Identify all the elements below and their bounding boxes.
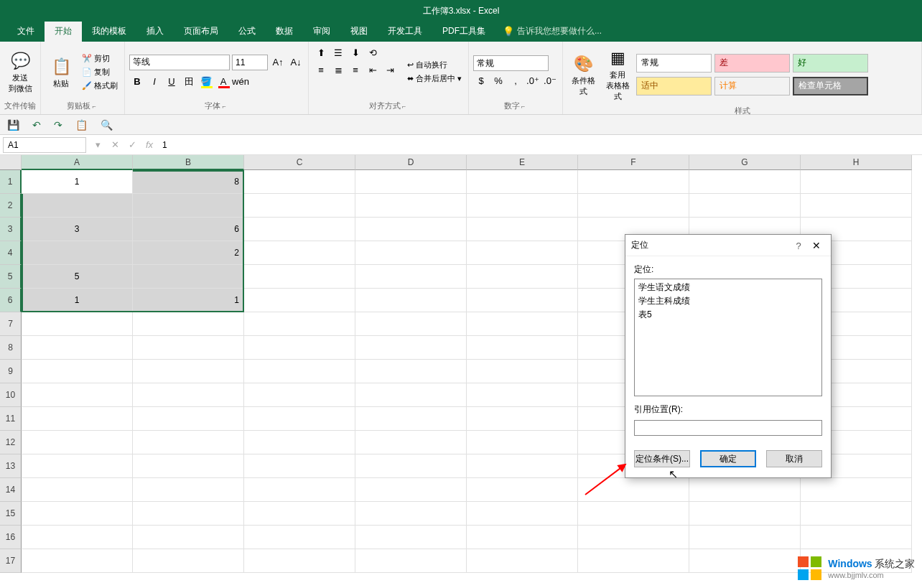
cell-H1[interactable] — [801, 170, 912, 194]
cell-D17[interactable] — [355, 549, 467, 573]
decrease-font-button[interactable]: A↓ — [288, 55, 304, 70]
col-header-G[interactable]: G — [689, 155, 801, 170]
cell-C7[interactable] — [244, 312, 355, 336]
cell-E9[interactable] — [467, 360, 578, 383]
cell-B17[interactable] — [133, 549, 244, 573]
cell-F14[interactable] — [578, 478, 689, 502]
cell-H2[interactable] — [801, 194, 912, 218]
tab-data[interactable]: 数据 — [266, 21, 303, 42]
cell-B5[interactable] — [133, 265, 244, 289]
redo-button[interactable]: ↷ — [54, 119, 62, 131]
cell-B3[interactable]: 6 — [133, 218, 244, 241]
cell-F16[interactable] — [578, 526, 689, 549]
cell-D8[interactable] — [355, 336, 467, 360]
row-header-10[interactable]: 10 — [0, 383, 22, 407]
tab-home[interactable]: 开始 — [45, 21, 82, 42]
cell-C9[interactable] — [244, 360, 355, 383]
row-header-11[interactable]: 11 — [0, 407, 22, 431]
align-bottom-button[interactable]: ⬇ — [348, 45, 363, 60]
row-header-15[interactable]: 15 — [0, 502, 22, 526]
cell-A12[interactable] — [22, 431, 133, 454]
wrap-text-button[interactable]: ↩自动换行 — [405, 59, 464, 71]
cell-A10[interactable] — [22, 383, 133, 407]
name-box-dropdown[interactable]: ▾ — [89, 139, 106, 150]
cell-B9[interactable] — [133, 360, 244, 383]
cell-A2[interactable] — [22, 194, 133, 218]
cell-G1[interactable] — [689, 170, 801, 194]
cut-button[interactable]: ✂️剪切 — [80, 52, 120, 65]
cell-D10[interactable] — [355, 383, 467, 407]
name-box[interactable] — [3, 137, 86, 153]
cell-D7[interactable] — [355, 312, 467, 336]
cell-D9[interactable] — [355, 360, 467, 383]
cell-F17[interactable] — [578, 549, 689, 573]
comma-button[interactable]: , — [508, 73, 523, 88]
align-left-button[interactable]: ≡ — [313, 62, 329, 78]
reference-input[interactable] — [634, 420, 822, 436]
clipboard-launcher[interactable]: ⌐ — [90, 103, 98, 110]
cell-D3[interactable] — [355, 218, 467, 241]
row-header-3[interactable]: 3 — [0, 218, 22, 241]
dialog-help-button[interactable]: ? — [791, 241, 805, 251]
cell-A13[interactable] — [22, 454, 133, 478]
align-launcher[interactable]: ⌐ — [401, 103, 409, 110]
row-header-5[interactable]: 5 — [0, 265, 22, 289]
style-bad[interactable]: 差 — [714, 54, 790, 73]
accounting-button[interactable]: $ — [473, 73, 489, 88]
cell-G16[interactable] — [689, 526, 801, 549]
cancel-button[interactable]: 取消 — [766, 450, 822, 467]
cell-E1[interactable] — [467, 170, 578, 194]
style-calc[interactable]: 计算 — [714, 77, 790, 95]
cell-C11[interactable] — [244, 407, 355, 431]
align-center-button[interactable]: ≣ — [330, 62, 346, 78]
fx-button[interactable]: fx — [141, 139, 158, 150]
fill-color-button[interactable]: 🪣 — [198, 74, 214, 90]
cell-C17[interactable] — [244, 549, 355, 573]
percent-button[interactable]: % — [490, 73, 506, 88]
tab-file[interactable]: 文件 — [7, 21, 45, 42]
style-neutral[interactable]: 适中 — [636, 77, 712, 95]
cell-G2[interactable] — [689, 194, 801, 218]
row-header-16[interactable]: 16 — [0, 526, 22, 549]
cell-C12[interactable] — [244, 431, 355, 454]
font-name-select[interactable] — [129, 55, 230, 70]
cell-E13[interactable] — [467, 454, 578, 478]
row-header-1[interactable]: 1 — [0, 170, 22, 194]
cell-C6[interactable] — [244, 289, 355, 312]
cell-B2[interactable] — [133, 194, 244, 218]
cell-A17[interactable] — [22, 549, 133, 573]
phonetic-button[interactable]: wén — [233, 74, 248, 90]
cell-E2[interactable] — [467, 194, 578, 218]
cell-D16[interactable] — [355, 526, 467, 549]
cell-E7[interactable] — [467, 312, 578, 336]
row-header-17[interactable]: 17 — [0, 549, 22, 573]
cell-A7[interactable] — [22, 312, 133, 336]
tab-templates[interactable]: 我的模板 — [82, 21, 136, 42]
tab-pdf[interactable]: PDF工具集 — [432, 21, 495, 42]
font-size-select[interactable] — [232, 55, 268, 70]
cell-B15[interactable] — [133, 502, 244, 526]
indent-inc-button[interactable]: ⇥ — [382, 62, 398, 78]
cell-B16[interactable] — [133, 526, 244, 549]
col-header-B[interactable]: B — [133, 155, 244, 170]
indent-dec-button[interactable]: ⇤ — [365, 62, 381, 78]
qat-btn-1[interactable]: 📋 — [75, 119, 88, 131]
enter-formula-button[interactable]: ✓ — [124, 139, 141, 150]
col-header-H[interactable]: H — [801, 155, 912, 170]
underline-button[interactable]: U — [164, 74, 180, 90]
align-top-button[interactable]: ⬆ — [313, 45, 329, 60]
undo-button[interactable]: ↶ — [32, 119, 41, 131]
font-color-button[interactable]: A — [215, 74, 231, 90]
cell-E14[interactable] — [467, 478, 578, 502]
cell-A3[interactable]: 3 — [22, 218, 133, 241]
send-wechat-button[interactable]: 💬发送 到微信 — [4, 45, 36, 99]
tell-me-input[interactable]: 💡告诉我您想要做什么... — [495, 21, 609, 42]
cell-C8[interactable] — [244, 336, 355, 360]
cell-C2[interactable] — [244, 194, 355, 218]
cell-H14[interactable] — [801, 478, 912, 502]
col-header-D[interactable]: D — [355, 155, 467, 170]
align-middle-button[interactable]: ☰ — [330, 45, 346, 60]
formula-input[interactable] — [158, 137, 922, 153]
paste-button[interactable]: 📋粘贴 — [45, 45, 77, 99]
cell-F2[interactable] — [578, 194, 689, 218]
